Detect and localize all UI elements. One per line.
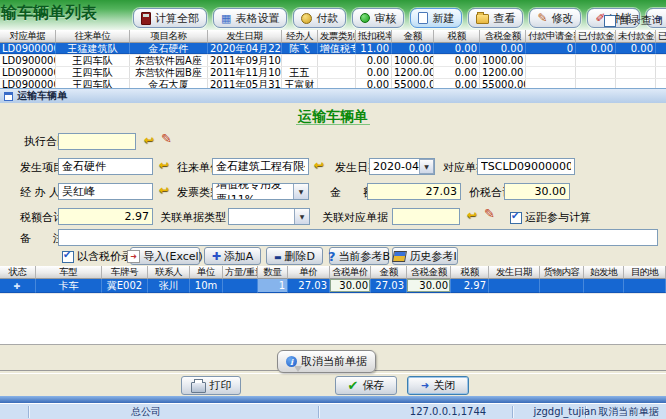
column-header[interactable]: 状态 bbox=[0, 266, 36, 279]
column-header[interactable]: 税额 bbox=[451, 266, 489, 279]
column-header[interactable]: 抵扣税率% bbox=[356, 30, 392, 43]
column-header[interactable]: 经办人 bbox=[282, 30, 318, 43]
payment-button[interactable]: 付款 bbox=[293, 8, 346, 28]
amount-with-tax-input[interactable] bbox=[504, 183, 570, 200]
column-header[interactable]: 单位 bbox=[190, 266, 223, 279]
partner-lookup-arrow-icon[interactable] bbox=[311, 158, 327, 173]
contract-input[interactable] bbox=[58, 133, 136, 150]
grid-cell[interactable] bbox=[318, 67, 356, 78]
grid-cell[interactable] bbox=[584, 279, 624, 293]
agent-lookup-arrow-icon[interactable] bbox=[156, 183, 172, 198]
history-reference-button[interactable]: 历史参考I bbox=[392, 247, 458, 265]
column-header[interactable]: 项目名称 bbox=[130, 30, 208, 43]
table-row[interactable]: LD090000003王四车队东营软件园B座2011年11月10日王五0.001… bbox=[0, 67, 666, 79]
grid-cell[interactable]: 增值税专用发票 bbox=[318, 43, 356, 54]
grid-cell[interactable]: 王四车队 bbox=[56, 67, 130, 78]
grid-cell[interactable] bbox=[526, 67, 576, 78]
partner-input[interactable] bbox=[212, 158, 309, 175]
column-header[interactable]: 发生日期 bbox=[489, 266, 540, 279]
column-header[interactable]: 含税金额 bbox=[407, 266, 451, 279]
audit-button[interactable]: 审核 bbox=[352, 8, 404, 28]
grid-cell[interactable]: 王五 bbox=[282, 67, 318, 78]
grid-cell[interactable] bbox=[540, 279, 584, 293]
grid-cell[interactable] bbox=[624, 279, 666, 293]
grid-cell[interactable] bbox=[656, 43, 666, 54]
new-button[interactable]: 新建 bbox=[410, 8, 462, 28]
related-doc-edit-pencil-icon[interactable] bbox=[484, 206, 500, 222]
grid-cell[interactable]: 27.03 bbox=[288, 279, 330, 293]
grid-cell[interactable]: 王猛建筑队 bbox=[56, 43, 130, 54]
grid-cell[interactable]: 0.00 bbox=[576, 43, 616, 54]
grid-cell[interactable]: 0.00 bbox=[356, 67, 392, 78]
grid-cell[interactable]: 东营软件园B座 bbox=[130, 67, 208, 78]
checkbox-box[interactable] bbox=[604, 15, 616, 27]
column-header[interactable]: 数量 bbox=[258, 266, 288, 279]
grid-cell[interactable]: 张川 bbox=[148, 279, 190, 293]
related-doc-lookup-arrow-icon[interactable] bbox=[464, 208, 480, 223]
column-header[interactable]: 发票类别 bbox=[318, 30, 356, 43]
column-header[interactable]: 税额 bbox=[434, 30, 480, 43]
note-input[interactable] bbox=[58, 229, 658, 246]
column-header[interactable]: 已付款金额 bbox=[576, 30, 616, 43]
grid-cell[interactable] bbox=[656, 67, 666, 78]
column-header[interactable]: 目的地 bbox=[624, 266, 666, 279]
grid-cell[interactable]: 0.00 bbox=[392, 43, 434, 54]
grid-cell[interactable] bbox=[616, 67, 656, 78]
grid-cell[interactable]: 金石硬件 bbox=[130, 43, 208, 54]
column-header[interactable]: 方量/重量 bbox=[223, 266, 258, 279]
grid-cell[interactable] bbox=[318, 55, 356, 66]
grid-cell[interactable]: 卡车 bbox=[36, 279, 102, 293]
contract-edit-pencil-icon[interactable] bbox=[161, 131, 177, 147]
child-window-captionbar[interactable]: 运输车辆单 bbox=[0, 88, 666, 103]
grid-cell[interactable]: 1200.00 bbox=[480, 67, 526, 78]
column-header[interactable]: 始发地 bbox=[584, 266, 624, 279]
modify-button[interactable]: 修改 bbox=[529, 8, 581, 28]
checkbox-box[interactable] bbox=[62, 251, 74, 263]
column-header[interactable]: 已审核 bbox=[656, 30, 666, 43]
grid-cell[interactable] bbox=[526, 55, 576, 66]
column-header[interactable]: 含税单价 bbox=[330, 266, 371, 279]
column-header[interactable]: 货物内容 bbox=[540, 266, 584, 279]
grid-cell[interactable]: 0.00 bbox=[480, 43, 526, 54]
project-input[interactable] bbox=[58, 158, 153, 175]
grid-cell[interactable] bbox=[576, 67, 616, 78]
grid-cell[interactable]: 1000.00 bbox=[480, 55, 526, 66]
grid-cell[interactable]: 11.00 bbox=[356, 43, 392, 54]
add-row-button[interactable]: 添加A bbox=[204, 247, 261, 265]
related-type-select[interactable]: ▼ bbox=[228, 208, 310, 225]
grid-cell[interactable]: 东营软件园A座 bbox=[130, 55, 208, 66]
tax-total-input[interactable] bbox=[58, 208, 153, 225]
amount-input[interactable] bbox=[367, 183, 461, 200]
distance-calc-checkbox[interactable]: 运距参与计算 bbox=[510, 210, 591, 225]
column-header[interactable]: 金额 bbox=[392, 30, 434, 43]
grid-cell[interactable]: 30.00 bbox=[330, 279, 371, 293]
checkbox-box[interactable] bbox=[510, 212, 522, 224]
chevron-down-icon[interactable]: ▼ bbox=[293, 184, 308, 199]
grid-cell[interactable]: 2011年09月10日 bbox=[208, 55, 282, 66]
grid-cell[interactable]: 27.03 bbox=[371, 279, 407, 293]
grid-cell[interactable]: 10m bbox=[190, 279, 223, 293]
chevron-down-icon[interactable]: ▼ bbox=[294, 209, 309, 224]
grid-cell[interactable] bbox=[223, 279, 258, 293]
grid-cell[interactable] bbox=[656, 55, 666, 66]
grid-cell[interactable]: 1000.00 bbox=[392, 55, 434, 66]
column-header[interactable]: 金额 bbox=[371, 266, 407, 279]
grid-cell[interactable] bbox=[282, 55, 318, 66]
grid-cell[interactable]: 0.00 bbox=[434, 55, 480, 66]
agent-input[interactable] bbox=[58, 183, 153, 200]
table-row[interactable]: LD090000002王四车队东营软件园A座2011年09月10日0.00100… bbox=[0, 55, 666, 67]
contract-lookup-arrow-icon[interactable] bbox=[141, 133, 157, 148]
grid-cell[interactable]: 2.97 bbox=[451, 279, 489, 293]
column-header[interactable]: 未付款金额 bbox=[616, 30, 656, 43]
grid-cell[interactable]: 0 bbox=[526, 43, 576, 54]
grid-cell[interactable]: 陈飞 bbox=[282, 43, 318, 54]
dir-query-checkbox[interactable]: 目录查询 bbox=[604, 13, 663, 28]
grid-cell[interactable]: LD090000003 bbox=[0, 67, 56, 78]
grid-cell[interactable]: 1200.00 bbox=[392, 67, 434, 78]
column-header[interactable]: 对应单据 bbox=[0, 30, 56, 43]
column-header[interactable]: 单价 bbox=[288, 266, 330, 279]
column-header[interactable]: 含税金额 bbox=[480, 30, 526, 43]
doc-no-input[interactable] bbox=[477, 158, 575, 175]
current-reference-button[interactable]: 当前参考B bbox=[329, 247, 389, 265]
grid-cell[interactable] bbox=[0, 279, 36, 293]
